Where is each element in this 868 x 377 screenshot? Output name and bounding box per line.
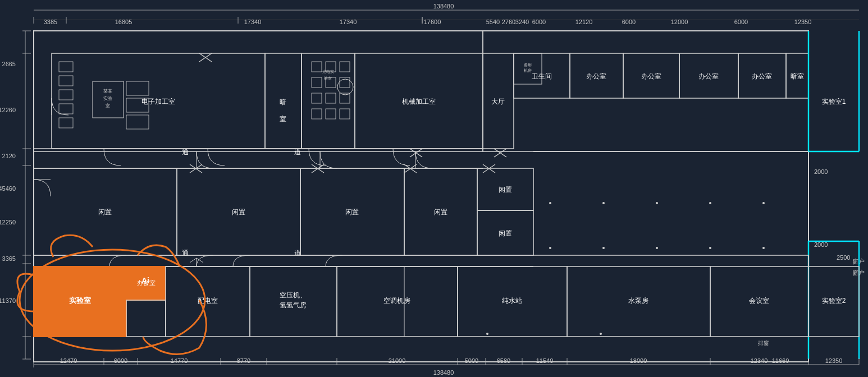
bot-dim-11660: 11660 <box>772 357 789 364</box>
dim-11370: 11370 <box>0 297 16 304</box>
idle5-label: 闲置 <box>499 186 512 194</box>
office2-label: 办公室 <box>641 72 661 80</box>
dim-45460: 45460 <box>0 185 16 192</box>
svg-point-76 <box>602 247 605 249</box>
mechanical-room-label: 机械加工室 <box>402 98 436 105</box>
svg-point-120 <box>600 333 602 335</box>
backup-room-label2: 机房 <box>524 68 532 72</box>
dim-6000-1: 6000 <box>532 19 546 25</box>
svg-point-72 <box>656 202 658 204</box>
office1-label: 办公室 <box>586 72 606 80</box>
dim-12260: 12260 <box>0 107 16 113</box>
bot-dim-11540: 11540 <box>536 357 554 364</box>
dim-16805: 16805 <box>115 19 133 25</box>
svg-point-75 <box>549 247 551 249</box>
svg-point-77 <box>656 247 658 249</box>
floor-plan-svg: 138480 3385 16805 17340 17340 17600 5540… <box>0 0 868 377</box>
dim-3365: 3365 <box>2 255 16 262</box>
bot-dim-5000: 5000 <box>465 357 478 364</box>
dim-2665: 2665 <box>2 61 16 67</box>
svg-point-73 <box>709 202 711 204</box>
pump-room-label: 水泵房 <box>628 297 648 305</box>
bot-dim-6580: 6580 <box>497 357 510 364</box>
office4-label: 办公室 <box>752 72 772 80</box>
lobby-label: 大厅 <box>491 98 505 105</box>
idle2-label: 闲置 <box>232 208 245 216</box>
svg-point-71 <box>602 202 605 204</box>
compressor-label: 空压机、 <box>280 291 307 299</box>
dim-5540: 5540 <box>486 19 500 25</box>
dim-6000-2: 6000 <box>622 19 636 25</box>
idle6-label: 闲置 <box>499 229 512 237</box>
bot-dim-12340: 12340 <box>751 357 768 364</box>
blueprint-container: 138480 3385 16805 17340 17340 17600 5540… <box>0 0 868 377</box>
svg-point-78 <box>709 247 711 249</box>
dim-3240: 3240 <box>515 19 529 25</box>
corridor-bottom-label: 通 <box>182 249 189 257</box>
optics-label: 光电实 <box>322 70 334 73</box>
hvac-label: 空调机房 <box>383 297 410 305</box>
corridor-bottom-label2: 道 <box>294 249 301 257</box>
meeting-room-label: 会议室 <box>749 297 769 305</box>
dim-12120: 12120 <box>575 19 593 25</box>
bot-dim-6000: 6000 <box>114 357 127 364</box>
bot-dim-8770: 8770 <box>237 357 250 364</box>
optics-label2: 验室 <box>324 76 332 80</box>
bot-dim-14770: 14770 <box>171 357 188 364</box>
lab2-label: 实验室2 <box>822 297 846 305</box>
electronics-room-label: 电子加工室 <box>141 98 175 105</box>
backup-room-label: 备用 <box>524 63 532 67</box>
dim-12250: 12250 <box>0 219 16 226</box>
bot-dim-12470: 12470 <box>60 357 77 364</box>
total-width-bottom-label: 138480 <box>433 369 454 376</box>
dim-12350-top: 12350 <box>794 19 812 25</box>
lab1-label: 实验室1 <box>822 98 846 105</box>
equip-label1: 某某 <box>103 89 112 94</box>
bathroom-label: 卫生间 <box>532 72 552 80</box>
total-width-label: 138480 <box>433 3 454 10</box>
highlighted-lab-label: 实验室 <box>68 296 91 305</box>
ai-text: Ai <box>141 276 149 285</box>
bot-dim-18000: 18000 <box>630 357 647 364</box>
office3-label: 办公室 <box>698 72 719 80</box>
dim-3385: 3385 <box>44 19 57 25</box>
corridor-top-label: 通 <box>182 148 189 156</box>
svg-point-79 <box>762 247 765 249</box>
svg-point-74 <box>762 202 765 204</box>
bot-dim-12350: 12350 <box>825 357 843 364</box>
darkroom-right-label: 暗室 <box>791 72 804 80</box>
dim-12000: 12000 <box>671 19 688 25</box>
window-label: 排窗 <box>758 340 769 346</box>
dim-2500: 2500 <box>837 254 850 261</box>
corridor-top-label2: 道 <box>294 148 301 156</box>
idle1-label: 闲置 <box>98 208 112 216</box>
dim-17340-2: 17340 <box>340 19 357 25</box>
dim-17340-1: 17340 <box>244 19 262 25</box>
equip-label2: 实验 <box>103 96 112 101</box>
dim-6000-3: 6000 <box>734 19 748 25</box>
dim-2000-right1: 2000 <box>814 168 828 175</box>
bot-dim-21000: 21000 <box>389 357 406 364</box>
dim-2120: 2120 <box>2 153 16 159</box>
idle3-label: 闲置 <box>345 208 359 216</box>
svg-point-70 <box>549 202 551 204</box>
svg-point-119 <box>486 333 488 335</box>
dim-17600: 17600 <box>424 19 441 25</box>
svg-rect-0 <box>0 0 868 377</box>
compressor-label2: 氢氢气房 <box>280 301 307 309</box>
idle4-label: 闲置 <box>434 208 447 216</box>
equip-label3: 室 <box>106 103 110 108</box>
pure-water-label: 纯水站 <box>502 297 522 305</box>
dim-2760: 2760 <box>502 19 515 25</box>
dim-2000-right2: 2000 <box>814 241 828 248</box>
